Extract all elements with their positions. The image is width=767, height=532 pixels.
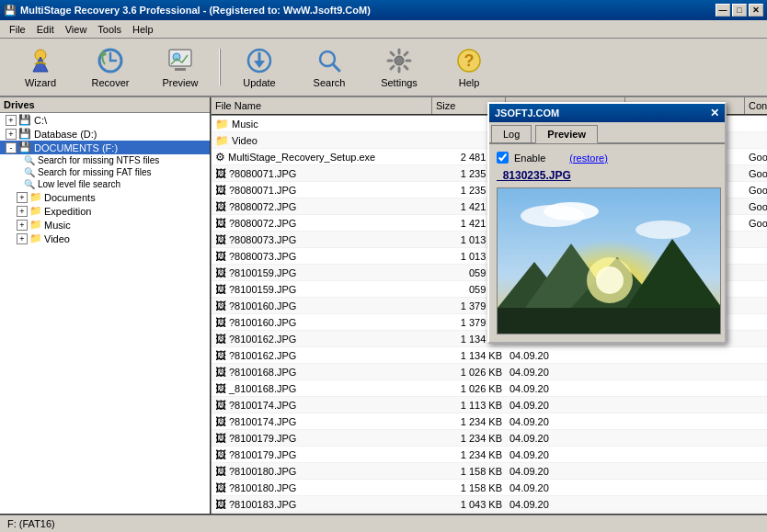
file-type-icon: 🖼 xyxy=(215,200,226,213)
file-name-cell: 🖼?8100160.JPG xyxy=(212,299,432,313)
file-condition-cell xyxy=(745,338,767,340)
toolbar-sep-1 xyxy=(219,49,221,85)
file-size-cell: 1 026 KB xyxy=(432,382,506,395)
popup-title-bar: JSOFTJ.COM ✕ xyxy=(489,104,725,122)
col-header-condition[interactable]: Condition xyxy=(745,97,767,114)
file-size-cell: 1 113 KB xyxy=(432,399,506,412)
minimize-button[interactable]: — xyxy=(715,4,730,17)
popup-tab-preview[interactable]: Preview xyxy=(535,125,598,143)
toolbar-wizard[interactable]: Wizard xyxy=(7,41,74,93)
recover-icon xyxy=(96,46,125,75)
tree-item-video[interactable]: + 📁 Video xyxy=(0,232,210,245)
file-name-cell: 🖼?8100180.JPG xyxy=(212,481,432,495)
search-icon xyxy=(315,46,344,75)
menu-tools[interactable]: Tools xyxy=(92,22,127,37)
menu-help[interactable]: Help xyxy=(127,22,159,37)
tree-item-c[interactable]: + 💾 C:\ xyxy=(0,113,210,127)
expand-c[interactable]: + xyxy=(6,115,17,126)
toolbar-preview[interactable]: Preview xyxy=(147,41,213,93)
wizard-label: Wizard xyxy=(25,77,56,88)
file-modified-cell xyxy=(625,371,745,373)
maximize-button[interactable]: □ xyxy=(732,4,747,17)
table-row[interactable]: 🖼?8100174.JPG 1 113 KB 04.09.20 xyxy=(212,397,767,413)
close-button[interactable]: ✕ xyxy=(749,4,763,17)
popup-tab-log[interactable]: Log xyxy=(491,125,532,143)
menu-bar: File Edit View Tools Help xyxy=(0,20,767,39)
file-type-icon: 📁 xyxy=(215,134,229,147)
file-type-icon: ⚙ xyxy=(215,151,225,164)
file-name-cell: 🖼?8100179.JPG xyxy=(212,447,432,462)
menu-edit[interactable]: Edit xyxy=(31,22,60,37)
col-header-name[interactable]: File Name xyxy=(212,97,432,114)
file-modified-cell xyxy=(625,470,745,472)
table-row[interactable]: 🖼?8100179.JPG 1 234 KB 04.09.20 xyxy=(212,447,767,463)
folder-video-icon: 📁 xyxy=(29,232,42,244)
toolbar-search[interactable]: Search xyxy=(296,41,362,93)
table-row[interactable]: 🖼_8100168.JPG 1 026 KB 04.09.20 xyxy=(212,380,767,397)
table-row[interactable]: 🖼?8100168.JPG 1 026 KB 04.09.20 xyxy=(212,364,767,380)
svg-rect-5 xyxy=(175,68,186,71)
recover-label: Recover xyxy=(92,77,130,88)
preview-svg xyxy=(498,188,721,334)
table-row[interactable]: 🖼?8100179.JPG 1 234 KB 04.09.20 xyxy=(212,430,767,447)
file-name-cell: 🖼?8080071.JPG xyxy=(212,183,432,198)
tree-item-search-fat[interactable]: 🔍 Search for missing FAT files xyxy=(0,166,210,178)
expand-docs[interactable]: + xyxy=(17,192,28,203)
tree-item-d[interactable]: + 💾 Database (D:) xyxy=(0,127,210,141)
table-row[interactable]: 🖼?8100174.JPG 1 234 KB 04.09.20 xyxy=(212,413,767,430)
toolbar-settings[interactable]: Settings xyxy=(366,41,432,93)
tree-item-expedition[interactable]: + 📁 Expedition xyxy=(0,204,210,218)
file-modified-cell xyxy=(625,421,745,423)
restore-link[interactable]: (restore) xyxy=(569,153,608,164)
status-bar: F: (FAT16) xyxy=(0,514,767,532)
file-name-cell: 🖼?8100160.JPG xyxy=(212,315,432,330)
file-created-cell: 04.09.20 xyxy=(506,481,625,494)
menu-file[interactable]: File xyxy=(4,22,31,37)
enable-checkbox[interactable] xyxy=(497,152,509,164)
file-name-cell: 🖼?8100183.JPG xyxy=(212,514,432,515)
file-size-cell: 1 158 KB xyxy=(432,481,506,494)
table-row[interactable]: 🖼?8100180.JPG 1 158 KB 04.09.20 xyxy=(212,480,767,496)
expand-video[interactable]: + xyxy=(17,233,28,244)
table-row[interactable]: 🖼?8100183.JPG 1 043 KB 04.09.20 xyxy=(212,496,767,513)
expand-expedition[interactable]: + xyxy=(17,206,28,217)
tree-item-music[interactable]: + 📁 Music xyxy=(0,218,210,232)
menu-view[interactable]: View xyxy=(60,22,93,37)
file-type-icon: 🖼 xyxy=(215,333,226,345)
expand-f[interactable]: - xyxy=(6,142,17,153)
file-condition-cell xyxy=(745,388,767,390)
svg-text:?: ? xyxy=(464,51,475,70)
tree-item-low-level[interactable]: 🔍 Low level file search xyxy=(0,178,210,190)
expand-d[interactable]: + xyxy=(6,129,17,140)
toolbar-update[interactable]: Update xyxy=(226,41,292,93)
expand-music[interactable]: + xyxy=(17,220,28,231)
svg-point-10 xyxy=(395,56,404,65)
table-row[interactable]: 🖼?8100180.JPG 1 158 KB 04.09.20 xyxy=(212,463,767,480)
tree-item-f[interactable]: - 💾 DOCUMENTS (F:) xyxy=(0,141,210,154)
toolbar-help[interactable]: ? Help xyxy=(436,41,502,93)
file-condition-cell: Good xyxy=(745,184,767,197)
table-row[interactable]: 🖼?8100162.JPG 1 134 KB 04.09.20 xyxy=(212,347,767,364)
file-condition-cell xyxy=(745,487,767,489)
drive-tree: Drives + 💾 C:\ + 💾 Database (D:) - 💾 DOC… xyxy=(0,97,212,514)
file-size-cell: 1 234 KB xyxy=(432,448,506,461)
title-text: 💾 MultiStage Recovery 3.6 Professional -… xyxy=(4,5,371,17)
file-type-icon: 🖼 xyxy=(215,300,226,312)
file-condition-cell: Good xyxy=(745,217,767,230)
tree-item-search-ntfs[interactable]: 🔍 Search for missing NTFS files xyxy=(0,154,210,166)
file-type-icon: 🖼 xyxy=(215,316,226,329)
file-created-cell: 04.09.20 xyxy=(506,399,625,412)
file-name-cell: 🖼?8100179.JPG xyxy=(212,431,432,446)
toolbar-recover[interactable]: Recover xyxy=(77,41,143,93)
file-size-cell: 1 158 KB xyxy=(432,465,506,478)
file-name-cell: 📁Music xyxy=(212,117,432,131)
file-created-cell: 04.09.20 xyxy=(506,448,625,461)
file-name-cell: 🖼?8100159.JPG xyxy=(212,266,432,280)
popup-filename[interactable]: _8130235.JPG xyxy=(497,169,717,182)
settings-icon xyxy=(384,46,414,75)
popup-close-button[interactable]: ✕ xyxy=(710,107,719,119)
file-name-cell: 🖼?8100183.JPG xyxy=(212,497,432,512)
table-row[interactable]: 🖼?8100183.JPG 1 043 KB 04.09.20 xyxy=(212,513,767,514)
file-condition-cell xyxy=(745,454,767,456)
tree-item-documents[interactable]: + 📁 Documents xyxy=(0,190,210,204)
